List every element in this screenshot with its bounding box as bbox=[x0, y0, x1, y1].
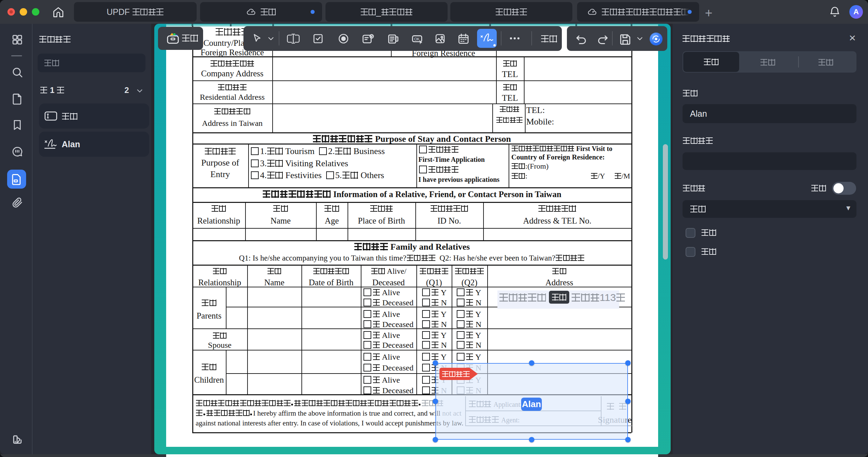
svg-text:OK: OK bbox=[414, 37, 420, 41]
